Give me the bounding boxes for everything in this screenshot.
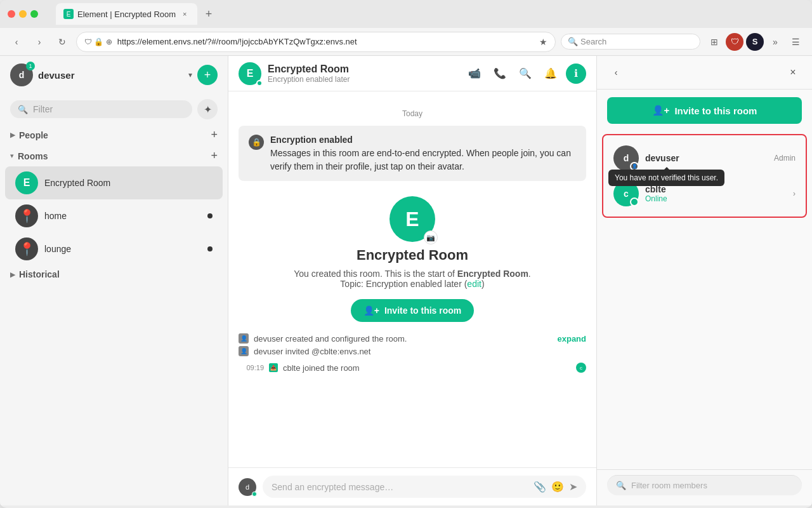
date-divider: Today — [239, 109, 586, 118]
member-avatar-devuser: d 👤 — [613, 145, 639, 171]
join-time: 09:19 — [239, 364, 264, 371]
unread-dot-home — [207, 213, 213, 218]
room-item-encrypted[interactable]: E Encrypted Room — [5, 166, 223, 199]
traffic-lights — [8, 10, 38, 18]
panel-collapse-btn[interactable]: ‹ — [607, 64, 625, 81]
event-person-icon: 👤 — [239, 333, 249, 344]
message-input[interactable]: Send an encrypted message… 📎 🙂 ➤ — [263, 476, 586, 498]
explore-btn[interactable]: ✦ — [197, 99, 218, 119]
room-intro-name: Encrypted Room — [357, 247, 468, 264]
window-frame: E Element | Encrypted Room × + ‹ › ↻ 🛡 🔒… — [0, 0, 812, 508]
section-rooms[interactable]: ▾ Rooms + — [0, 145, 228, 166]
browser-extensions: ⊞ 🛡 S » ☰ — [705, 33, 804, 51]
room-name-encrypted: Encrypted Room — [44, 178, 213, 188]
room-avatar-lounge: 📍 — [15, 237, 38, 260]
grid-icon[interactable]: ⊞ — [705, 33, 723, 51]
event-list: 👤 devuser created and configured the roo… — [239, 332, 586, 358]
minimize-window-btn[interactable] — [19, 10, 27, 18]
room-item-lounge[interactable]: 📍 lounge — [5, 232, 223, 265]
video-call-btn[interactable]: 📹 — [464, 64, 485, 84]
browser-search-bar[interactable]: 🔍 Search — [561, 34, 700, 50]
room-item-home[interactable]: 📍 home — [5, 199, 223, 232]
user-avatar-container[interactable]: d 1 — [10, 64, 33, 86]
room-intro-avatar[interactable]: E 📷 — [390, 196, 435, 242]
s-extension-icon[interactable]: S — [746, 33, 764, 51]
section-people[interactable]: ▶ People + — [0, 124, 228, 145]
invite-to-room-btn-main[interactable]: 👤+ Invite to this room — [351, 299, 475, 322]
room-info-btn[interactable]: ℹ — [566, 64, 586, 84]
read-receipt-avatar: c — [576, 363, 586, 373]
compose-btn[interactable]: + — [197, 65, 218, 85]
member-name-devuser: devuser — [645, 153, 768, 163]
search-chat-btn[interactable]: 🔍 — [515, 64, 535, 84]
unverified-tooltip: You have not verified this user. — [608, 170, 724, 186]
member-role-devuser: Admin — [774, 154, 796, 163]
sidebar: d 1 devuser ▾ + 🔍 Filter ✦ ▶ People + — [0, 56, 228, 505]
bookmark-icon[interactable]: ★ — [539, 37, 547, 47]
member-info-devuser: devuser — [645, 153, 768, 163]
filter-members-placeholder: Filter room members — [631, 481, 707, 490]
input-avatar-container: d — [239, 478, 256, 496]
attachment-icon[interactable]: 📎 — [534, 481, 546, 493]
member-status-cblte: Online — [645, 194, 787, 203]
address-bar[interactable]: 🛡 🔒 ⊕ https://element.envs.net/?#/room/!… — [76, 32, 556, 52]
room-intro: E 📷 Encrypted Room You created this room… — [239, 196, 586, 322]
room-name-home: home — [44, 211, 201, 221]
browser-tab-active[interactable]: E Element | Encrypted Room × — [56, 3, 197, 25]
voice-call-btn[interactable]: 📞 — [490, 64, 510, 84]
member-item-cblte[interactable]: c You have not verified this user. cblte… — [608, 176, 801, 211]
browser-menu-btn[interactable]: ☰ — [787, 33, 804, 51]
user-menu-chevron-icon[interactable]: ▾ — [188, 70, 192, 79]
filter-members-input[interactable]: 🔍 Filter room members — [607, 475, 802, 495]
extensions-btn[interactable]: » — [766, 33, 784, 51]
new-tab-btn[interactable]: + — [200, 5, 218, 23]
close-window-btn[interactable] — [8, 10, 15, 18]
invite-to-room-btn-panel[interactable]: 👤+ Invite to this room — [607, 97, 802, 124]
section-historical-label: Historical — [19, 269, 218, 279]
event-expand-btn[interactable]: expand — [557, 334, 586, 344]
invite-panel-label: Invite to this room — [674, 105, 757, 116]
search-icon: 🔍 — [568, 37, 578, 46]
invite-icon: 👤+ — [363, 305, 379, 316]
event-invite-icon: 👤 — [239, 346, 249, 356]
room-intro-letter: E — [405, 208, 419, 231]
send-icon[interactable]: ➤ — [569, 481, 577, 493]
tab-close-btn[interactable]: × — [180, 9, 190, 19]
section-historical[interactable]: ▶ Historical — [0, 265, 228, 283]
nav-bar: ‹ › ↻ 🛡 🔒 ⊕ https://element.envs.net/?#/… — [0, 28, 812, 56]
member-info-cblte: cblte Online — [645, 184, 787, 203]
nav-back-btn[interactable]: ‹ — [8, 33, 25, 51]
chat-header-info: Encrypted Room Encryption enabled later — [268, 64, 458, 84]
people-collapse-icon: ▶ — [10, 131, 15, 139]
panel-close-btn[interactable]: × — [784, 64, 802, 81]
security-icons: 🛡 🔒 ⊕ — [84, 37, 112, 46]
member-avatar-letter-devuser: d — [624, 153, 629, 163]
event-item-created: 👤 devuser created and configured the roo… — [239, 332, 586, 345]
username-label: devuser — [38, 70, 183, 81]
event-item-invited: 👤 devuser invited @cblte:envs.net — [239, 345, 586, 358]
room-avatar-home: 📍 — [15, 204, 38, 227]
add-people-btn[interactable]: + — [211, 128, 218, 142]
desc-room-name: Encrypted Room — [457, 269, 528, 279]
maximize-window-btn[interactable] — [30, 10, 38, 18]
room-name-lounge: lounge — [44, 244, 201, 254]
nav-forward-btn[interactable]: › — [30, 33, 48, 51]
emoji-icon[interactable]: 🙂 — [551, 481, 564, 493]
room-header-avatar-container: E — [239, 62, 261, 85]
camera-icon[interactable]: 📷 — [424, 231, 438, 244]
system-encryption-message: 🔒 Encryption enabled Messages in this ro… — [239, 126, 586, 181]
shield-extension-icon[interactable]: 🛡 — [726, 33, 743, 51]
encryption-icon: 🔒 — [249, 135, 264, 150]
unread-dot-lounge — [207, 246, 213, 251]
room-avatar-encrypted: E — [15, 171, 38, 194]
notifications-btn[interactable]: 🔔 — [540, 64, 561, 84]
panel-header: ‹ × — [597, 56, 812, 90]
topic-edit-link[interactable]: edit — [467, 279, 481, 289]
member-expand-icon: › — [793, 189, 796, 198]
encryption-title: Encryption enabled — [270, 135, 353, 145]
add-room-btn[interactable]: + — [211, 149, 218, 163]
search-placeholder: Search — [580, 37, 606, 46]
nav-refresh-btn[interactable]: ↻ — [53, 33, 71, 51]
filter-input[interactable]: 🔍 Filter — [10, 100, 192, 118]
join-text: cblte joined the room — [283, 363, 360, 373]
